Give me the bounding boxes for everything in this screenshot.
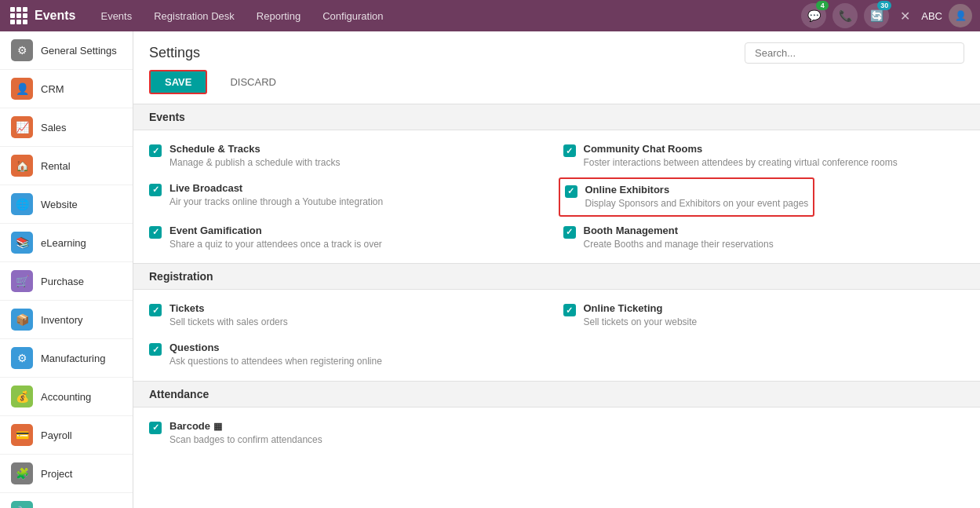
user-text: ABC	[921, 10, 942, 22]
setting-booth-management: Booth Management Create Booths and manag…	[563, 225, 965, 251]
menu-registration-desk[interactable]: Registration Desk	[144, 5, 244, 27]
desc-tickets: Sell tickets with sales orders	[169, 316, 288, 329]
menu-configuration[interactable]: Configuration	[313, 5, 392, 27]
desc-online-ticketing: Sell tickets on your website	[584, 316, 698, 329]
setting-online-exhibitors: Online Exhibitors Display Sponsors and E…	[563, 182, 965, 212]
label-questions: Questions	[169, 342, 382, 353]
sidebar-item-purchase[interactable]: 🛒 Purchase	[0, 262, 133, 301]
checkbox-event-gamification[interactable]	[149, 226, 162, 239]
purchase-icon: 🛒	[11, 270, 33, 292]
label-barcode: Barcode ▦	[169, 420, 322, 432]
desc-barcode: Scan badges to confirm attendances	[169, 433, 322, 447]
payroll-icon: 💳	[11, 424, 33, 446]
setting-event-gamification: Event Gamification Share a quiz to your …	[149, 225, 551, 251]
content-area: Settings SAVE DISCARD Events Schedule & …	[133, 31, 980, 508]
sidebar-item-inventory[interactable]: 📦 Inventory	[0, 301, 133, 339]
sidebar-item-crm[interactable]: 👤 CRM	[0, 70, 133, 108]
manufacturing-icon: ⚙	[11, 347, 33, 369]
label-community-chat: Community Chat Rooms	[584, 143, 898, 155]
checkbox-questions[interactable]	[149, 343, 162, 356]
sidebar-label-inventory: Inventory	[41, 314, 82, 326]
online-exhibitors-highlight: Online Exhibitors Display Sponsors and E…	[559, 177, 815, 217]
setting-tickets: Tickets Sell tickets with sales orders	[149, 302, 551, 329]
project-icon: 🧩	[11, 462, 33, 484]
close-btn[interactable]: ✕	[895, 5, 915, 27]
sidebar-item-project[interactable]: 🧩 Project	[0, 455, 133, 493]
menu-events[interactable]: Events	[91, 5, 141, 27]
app-title: Events	[35, 9, 75, 23]
app-grid-icon[interactable]	[8, 5, 30, 27]
activity-badge: 30	[877, 1, 891, 10]
section-header-registration: Registration	[133, 263, 980, 290]
sidebar-label-general-settings: General Settings	[41, 45, 117, 57]
sidebar-item-sales[interactable]: 📈 Sales	[0, 108, 133, 147]
topnav-right: 💬 4 📞 🔄 30 ✕ ABC 👤	[801, 3, 972, 28]
label-online-exhibitors: Online Exhibitors	[585, 184, 809, 196]
label-booth-management: Booth Management	[584, 225, 774, 236]
desc-schedule-tracks: Manage & publish a schedule with tracks	[169, 156, 340, 170]
checkbox-online-ticketing[interactable]	[563, 304, 576, 316]
section-content-attendance: Barcode ▦ Scan badges to confirm attenda…	[133, 407, 980, 459]
setting-barcode: Barcode ▦ Scan badges to confirm attenda…	[149, 420, 551, 447]
sidebar-item-manufacturing[interactable]: ⚙ Manufacturing	[0, 339, 133, 378]
menu-reporting[interactable]: Reporting	[247, 5, 310, 27]
sidebar-label-project: Project	[41, 468, 72, 480]
checkbox-booth-management[interactable]	[563, 226, 576, 239]
search-input[interactable]	[745, 42, 964, 64]
general-settings-icon: ⚙	[11, 39, 33, 61]
chat-badge: 4	[816, 1, 829, 10]
desc-live-broadcast: Air your tracks online through a Youtube…	[169, 196, 383, 209]
sidebar-item-website[interactable]: 🌐 Website	[0, 185, 133, 224]
section-header-events: Events	[133, 104, 980, 130]
sidebar-item-rental[interactable]: 🏠 Rental	[0, 147, 133, 185]
checkbox-online-exhibitors[interactable]	[565, 185, 577, 198]
label-online-ticketing: Online Ticketing	[584, 302, 698, 314]
sidebar-item-field-service[interactable]: 🔧 Field Service	[0, 493, 133, 508]
sidebar-item-payroll[interactable]: 💳 Payroll	[0, 416, 133, 455]
desc-booth-management: Create Booths and manage their reservati…	[584, 238, 774, 251]
label-live-broadcast: Live Broadcast	[169, 182, 383, 194]
discard-button[interactable]: DISCARD	[215, 70, 291, 94]
main-container: ⚙ General Settings 👤 CRM 📈 Sales 🏠 Renta…	[0, 31, 980, 508]
label-schedule-tracks: Schedule & Tracks	[169, 143, 340, 155]
elearning-icon: 📚	[11, 232, 33, 254]
chat-icon-btn[interactable]: 💬 4	[801, 3, 826, 28]
sidebar-label-purchase: Purchase	[41, 276, 84, 287]
page-title: Settings	[149, 45, 200, 61]
rental-icon: 🏠	[11, 155, 33, 177]
phone-icon-btn[interactable]: 📞	[832, 3, 858, 28]
sidebar-label-accounting: Accounting	[41, 391, 91, 403]
sales-icon: 📈	[11, 116, 33, 138]
label-event-gamification: Event Gamification	[169, 225, 382, 236]
settings-header: Settings	[133, 31, 980, 70]
save-button[interactable]: SAVE	[149, 70, 207, 94]
desc-event-gamification: Share a quiz to your attendees once a tr…	[169, 238, 382, 251]
sidebar-label-elearning: eLearning	[41, 237, 86, 249]
sidebar: ⚙ General Settings 👤 CRM 📈 Sales 🏠 Renta…	[0, 31, 133, 508]
inventory-icon: 📦	[11, 309, 33, 331]
sidebar-item-accounting[interactable]: 💰 Accounting	[0, 378, 133, 416]
sidebar-label-website: Website	[41, 199, 78, 210]
desc-questions: Ask questions to attendees when register…	[169, 355, 382, 368]
field-service-icon: 🔧	[11, 501, 33, 508]
user-avatar[interactable]: 👤	[949, 4, 972, 27]
label-tickets: Tickets	[169, 302, 288, 314]
checkbox-tickets[interactable]	[149, 304, 162, 316]
sidebar-label-manufacturing: Manufacturing	[41, 353, 105, 364]
sidebar-label-rental: Rental	[41, 160, 71, 172]
activity-icon-btn[interactable]: 🔄 30	[864, 3, 889, 28]
sidebar-item-general-settings[interactable]: ⚙ General Settings	[0, 31, 133, 70]
desc-online-exhibitors: Display Sponsors and Exhibitors on your …	[585, 197, 809, 210]
checkbox-schedule-tracks[interactable]	[149, 144, 162, 157]
checkbox-community-chat[interactable]	[563, 144, 576, 157]
checkbox-barcode[interactable]	[149, 422, 162, 434]
barcode-icon: ▦	[213, 421, 222, 432]
checkbox-live-broadcast[interactable]	[149, 184, 162, 196]
topnav-menu: Events Registration Desk Reporting Confi…	[91, 5, 392, 27]
sidebar-item-elearning[interactable]: 📚 eLearning	[0, 224, 133, 262]
accounting-icon: 💰	[11, 386, 33, 407]
section-content-registration: Tickets Sell tickets with sales orders O…	[133, 290, 980, 381]
section-header-attendance: Attendance	[133, 381, 980, 407]
crm-icon: 👤	[11, 78, 33, 100]
setting-schedule-tracks: Schedule & Tracks Manage & publish a sch…	[149, 143, 551, 170]
